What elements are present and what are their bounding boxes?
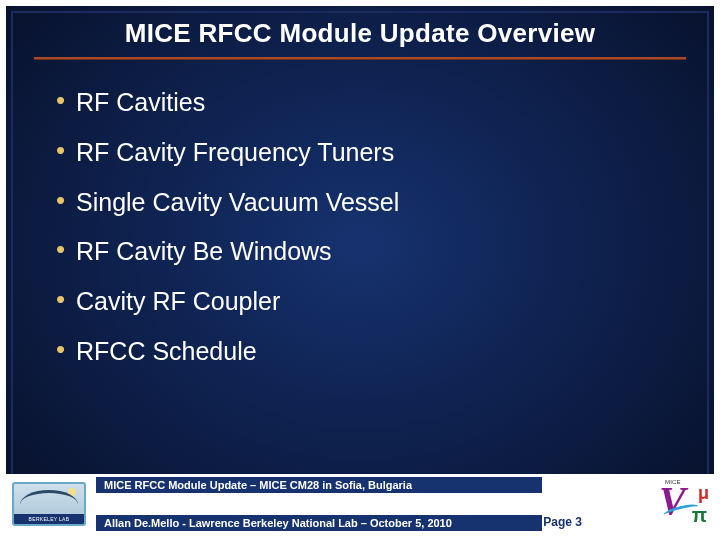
list-item: RF Cavity Frequency Tuners bbox=[56, 138, 674, 167]
list-item: RF Cavities bbox=[56, 88, 674, 117]
list-item: RF Cavity Be Windows bbox=[56, 237, 674, 266]
footer: BERKELEY LAB MICE RFCC Module Update – M… bbox=[6, 474, 714, 534]
logo-right-container: MICE V μ π bbox=[652, 474, 714, 534]
logo-caption: BERKELEY LAB bbox=[14, 514, 84, 524]
content-area: RF Cavities RF Cavity Frequency Tuners S… bbox=[6, 60, 714, 474]
logo-pi-icon: π bbox=[692, 504, 707, 527]
footer-line-2: Allan De.Mello - Lawrence Berkeley Natio… bbox=[96, 515, 542, 531]
page-title: MICE RFCC Module Update Overview bbox=[36, 18, 684, 49]
footer-line-1: MICE RFCC Module Update – MICE CM28 in S… bbox=[96, 477, 542, 493]
footer-center: MICE RFCC Module Update – MICE CM28 in S… bbox=[92, 474, 652, 534]
page-number: Page 3 bbox=[543, 515, 582, 529]
list-item: RFCC Schedule bbox=[56, 337, 674, 366]
mice-logo-icon: MICE V μ π bbox=[657, 481, 709, 527]
title-area: MICE RFCC Module Update Overview bbox=[6, 6, 714, 57]
logo-mu-icon: μ bbox=[698, 483, 709, 504]
bullet-list: RF Cavities RF Cavity Frequency Tuners S… bbox=[56, 88, 674, 366]
list-item: Single Cavity Vacuum Vessel bbox=[56, 188, 674, 217]
slide: MICE RFCC Module Update Overview RF Cavi… bbox=[0, 0, 720, 540]
berkeley-lab-logo-icon: BERKELEY LAB bbox=[12, 482, 86, 526]
list-item: Cavity RF Coupler bbox=[56, 287, 674, 316]
logo-arch-icon bbox=[20, 490, 78, 516]
logo-left-container: BERKELEY LAB bbox=[6, 474, 92, 534]
